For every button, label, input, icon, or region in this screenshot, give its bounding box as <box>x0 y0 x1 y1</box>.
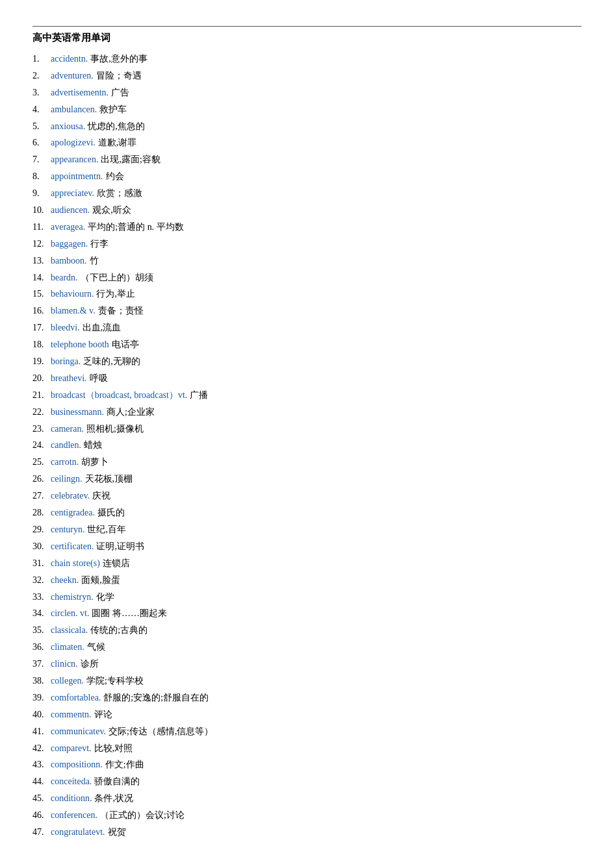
word-pos: n. <box>85 790 92 807</box>
word-number: 21. <box>32 387 51 404</box>
word-number: 29. <box>32 521 51 538</box>
word-pos: vi. <box>86 134 95 151</box>
list-item: 35. classical a. 传统的;古典的 <box>32 622 582 639</box>
word-chinese: 圆圈 将……圈起来 <box>92 605 167 622</box>
word-chinese: 道歉,谢罪 <box>98 134 137 151</box>
word-pos: （broadcast, broadcast）vt. <box>86 387 188 404</box>
word-number: 39. <box>32 689 51 706</box>
word-number: 23. <box>32 421 51 438</box>
word-english: chemistry <box>51 589 86 606</box>
word-chinese: 行李 <box>90 236 109 253</box>
word-number: 18. <box>32 336 51 353</box>
word-number: 31. <box>32 555 51 572</box>
list-item: 18. telephone booth 电话亭 <box>32 336 582 353</box>
list-item: 6. apologize vi. 道歉,谢罪 <box>32 134 582 151</box>
word-number: 15. <box>32 286 51 303</box>
list-item: 4. ambulance n. 救护车 <box>32 101 582 118</box>
list-item: 3. advertisement n. 广告 <box>32 84 582 101</box>
word-number: 6. <box>32 134 51 151</box>
word-chinese: 作文;作曲 <box>105 756 144 773</box>
word-number: 32. <box>32 572 51 589</box>
word-chinese: 约会 <box>106 168 124 185</box>
list-item: 44. conceited a. 骄傲自满的 <box>32 773 582 790</box>
page-title: 高中英语常用单词 <box>32 26 582 44</box>
word-chinese: 出现,露面;容貌 <box>101 151 160 168</box>
word-chinese: 竹 <box>90 253 99 269</box>
word-chinese: 学院;专科学校 <box>86 673 144 689</box>
list-item: 16. blame n.& v. 责备；责怪 <box>32 303 582 319</box>
word-english: certificate <box>51 538 87 555</box>
word-number: 25. <box>32 454 51 471</box>
list-item: 5. anxious a. 忧虑的,焦急的 <box>32 118 582 135</box>
word-pos: n. <box>77 639 84 656</box>
word-english: carrot <box>51 454 72 471</box>
word-english: businessman <box>51 404 97 421</box>
word-english: apologize <box>51 134 86 151</box>
word-english: blame <box>51 303 73 319</box>
word-english: conference <box>51 807 90 824</box>
word-english: appearance <box>51 151 92 168</box>
word-english: advertisement <box>51 84 102 101</box>
word-number: 24. <box>32 437 51 454</box>
word-chinese: 气候 <box>87 639 105 656</box>
word-pos: n. <box>84 706 92 723</box>
word-number: 4. <box>32 101 51 118</box>
list-item: 40. comment n. 评论 <box>32 706 582 723</box>
word-chinese: 蜡烛 <box>84 437 102 454</box>
word-chinese: 欣赏；感激 <box>97 185 142 202</box>
word-english: broadcast <box>51 387 86 404</box>
list-item: 14. beard n. （下巴上的）胡须 <box>32 269 582 286</box>
word-number: 3. <box>32 84 51 101</box>
list-item: 47. congratulate vt. 祝贺 <box>32 824 582 841</box>
list-item: 15. behaviour n. 行为,举止 <box>32 286 582 303</box>
word-number: 41. <box>32 723 51 740</box>
word-number: 19. <box>32 353 51 370</box>
word-chinese: 广告 <box>111 84 129 101</box>
word-pos: vt. <box>96 824 105 841</box>
word-chinese: 面颊,脸蛋 <box>81 572 120 589</box>
word-english: camera <box>51 421 77 438</box>
word-chinese: 诊所 <box>81 656 99 673</box>
word-chinese: 庆祝 <box>92 488 110 504</box>
word-english: beard <box>51 269 71 286</box>
list-item: 28. centigrade a. 摄氏的 <box>32 504 582 521</box>
word-pos: n. <box>86 68 94 84</box>
word-chinese: 照相机;摄像机 <box>86 421 144 438</box>
list-item: 21. broadcast （broadcast, broadcast）vt. … <box>32 387 582 404</box>
list-item: 19. boring a. 乏味的,无聊的 <box>32 353 582 370</box>
list-item: 23. camera n. 照相机;摄像机 <box>32 421 582 438</box>
word-pos: v. <box>84 488 90 504</box>
word-english: breathe <box>51 370 77 387</box>
word-pos: n. <box>75 437 82 454</box>
word-english: celebrate <box>51 488 84 504</box>
word-chinese: 连锁店 <box>103 555 130 572</box>
list-item: 8. appointment n. 约会 <box>32 168 582 185</box>
word-pos: n. <box>81 51 88 68</box>
word-chinese: （正式的）会议;讨论 <box>100 807 185 824</box>
word-chinese: 骄傲自满的 <box>94 773 140 790</box>
word-number: 12. <box>32 236 51 253</box>
word-number: 2. <box>32 68 51 84</box>
word-english: centigrade <box>51 504 88 521</box>
word-number: 42. <box>32 740 51 757</box>
word-number: 22. <box>32 404 51 421</box>
word-english: audience <box>51 202 83 219</box>
list-item: 30. certificate n. 证明,证明书 <box>32 538 582 555</box>
word-english: comment <box>51 706 84 723</box>
word-pos: a. <box>95 689 101 706</box>
word-chinese: 条件,状况 <box>94 790 133 807</box>
list-item: 41. communicate v. 交际;传达（感情,信息等） <box>32 723 582 740</box>
word-pos: n. <box>96 756 103 773</box>
list-item: 27. celebrate v. 庆祝 <box>32 488 582 504</box>
word-chinese: 救护车 <box>99 101 127 118</box>
word-pos: n. <box>72 572 79 589</box>
word-number: 26. <box>32 471 51 488</box>
word-pos: a. <box>75 353 81 370</box>
word-english: boring <box>51 353 75 370</box>
word-english: conceited <box>51 773 86 790</box>
list-item: 12. baggage n. 行李 <box>32 236 582 253</box>
word-chinese: 忧虑的,焦急的 <box>88 118 145 135</box>
word-english: behaviour <box>51 286 87 303</box>
word-number: 44. <box>32 773 51 790</box>
word-chinese: 舒服的;安逸的;舒服自在的 <box>103 689 209 706</box>
